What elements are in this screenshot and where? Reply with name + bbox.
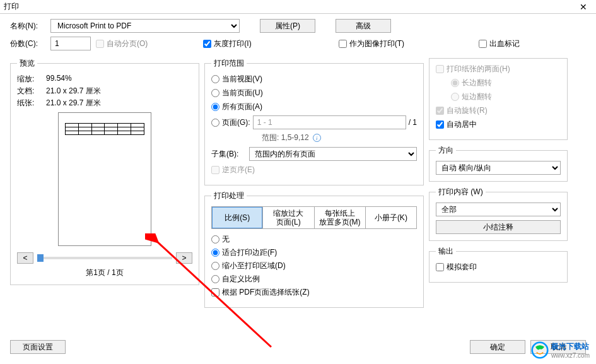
preview-legend: 预览: [17, 58, 37, 69]
auto-center-checkbox[interactable]: 自动居中: [436, 119, 477, 130]
info-icon[interactable]: i: [313, 134, 321, 142]
reverse-order-checkbox[interactable]: 逆页序(E): [211, 165, 255, 175]
paper-label: 纸张:: [17, 98, 46, 109]
bleed-marks-checkbox[interactable]: 出血标记: [479, 38, 520, 49]
grayscale-checkbox[interactable]: 灰度打印(I): [203, 38, 251, 49]
all-pages-radio[interactable]: 所有页面(A): [211, 102, 262, 112]
range-hint: 范围: 1,5-9,12i: [262, 132, 417, 143]
fit-margin-radio[interactable]: 适合打印边距(F): [211, 247, 277, 258]
pages-radio[interactable]: 页面(G):: [211, 117, 250, 128]
both-sides-checkbox[interactable]: 打印纸张的两面(H): [436, 64, 510, 74]
pages-total: / 1: [409, 118, 417, 127]
scale-none-radio[interactable]: 无: [211, 234, 230, 245]
shrink-radio[interactable]: 缩小至打印区域(D): [211, 261, 286, 271]
prev-page-button[interactable]: <: [17, 252, 33, 264]
duplex-fieldset: 打印纸张的两面(H) 长边翻转 短边翻转 自动旋转(R) 自动居中: [429, 58, 568, 140]
print-processing-fieldset: 打印处理 比例(S) 缩放过大 页面(L) 每张纸上 放置多页(M) 小册子(K…: [204, 191, 424, 308]
orientation-fieldset: 方向 自动 横向/纵向: [429, 145, 568, 182]
cancel-button[interactable]: 取消: [530, 340, 586, 354]
print-content-legend: 打印内容 (W): [436, 187, 486, 197]
short-edge-radio: 短边翻转: [451, 91, 492, 102]
print-range-legend: 打印范围: [211, 58, 247, 69]
subset-label: 子集(B):: [211, 149, 244, 160]
tab-fit[interactable]: 缩放过大 页面(L): [263, 207, 314, 228]
zoom-value: 99.54%: [46, 74, 72, 85]
pages-input[interactable]: [253, 115, 406, 129]
preview-fieldset: 预览 缩放:99.54% 文档:21.0 x 29.7 厘米 纸张:21.0 x…: [10, 58, 199, 285]
ok-button[interactable]: 确定: [470, 340, 525, 354]
window-title: 打印: [4, 1, 571, 12]
output-fieldset: 输出 模拟套印: [429, 246, 568, 283]
properties-button[interactable]: 属性(P): [260, 19, 315, 33]
print-range-fieldset: 打印范围 当前视图(V) 当前页面(U) 所有页面(A) 页面(G): / 1 …: [204, 58, 424, 185]
print-content-fieldset: 打印内容 (W) 全部 小结注释: [429, 187, 568, 241]
tab-multi[interactable]: 每张纸上 放置多页(M): [315, 207, 366, 228]
close-button[interactable]: ✕: [571, 2, 596, 12]
print-as-image-checkbox[interactable]: 作为图像打印(T): [339, 38, 404, 49]
printer-name-select[interactable]: Microsoft Print to PDF: [50, 19, 240, 33]
page-slider[interactable]: [37, 257, 172, 259]
advanced-button[interactable]: 高级: [336, 19, 391, 33]
long-edge-radio: 长边翻转: [451, 78, 492, 88]
paper-value: 21.0 x 29.7 厘米: [46, 98, 101, 109]
auto-rotate-checkbox[interactable]: 自动旋转(R): [436, 105, 488, 116]
page-setup-button[interactable]: 页面设置: [10, 340, 66, 354]
current-view-radio[interactable]: 当前视图(V): [211, 74, 262, 85]
output-legend: 输出: [436, 246, 456, 257]
doc-value: 21.0 x 29.7 厘米: [46, 86, 101, 97]
print-content-select[interactable]: 全部: [436, 203, 561, 216]
print-processing-legend: 打印处理: [211, 191, 247, 201]
collate-checkbox[interactable]: 自动分页(O): [96, 38, 148, 49]
custom-scale-radio[interactable]: 自定义比例: [211, 274, 260, 285]
doc-label: 文档:: [17, 86, 46, 97]
choose-paper-by-pdf-checkbox[interactable]: 根据 PDF页面选择纸张(Z): [211, 287, 310, 298]
printer-name-label: 名称(N):: [10, 21, 45, 32]
current-page-radio[interactable]: 当前页面(U): [211, 88, 263, 98]
summary-notes-button[interactable]: 小结注释: [436, 220, 561, 234]
next-page-button[interactable]: >: [176, 252, 192, 264]
copies-label: 份数(C):: [10, 38, 45, 49]
zoom-label: 缩放:: [17, 74, 46, 85]
subset-select[interactable]: 范围内的所有页面: [249, 147, 417, 161]
tab-scale[interactable]: 比例(S): [212, 207, 263, 228]
page-preview: [58, 112, 151, 246]
page-indicator: 第1页 / 1页: [17, 267, 192, 278]
copies-input[interactable]: [50, 37, 91, 50]
tab-booklet[interactable]: 小册子(K): [366, 207, 416, 228]
orientation-select[interactable]: 自动 横向/纵向: [436, 161, 561, 175]
orientation-legend: 方向: [436, 145, 456, 156]
simulate-overprint-checkbox[interactable]: 模拟套印: [436, 262, 477, 273]
